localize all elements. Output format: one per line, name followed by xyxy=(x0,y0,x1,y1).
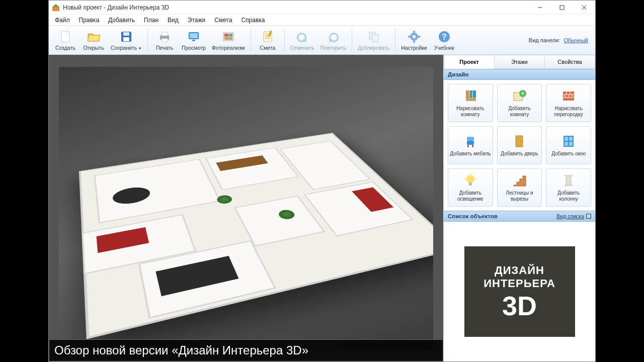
svg-rect-10 xyxy=(123,37,129,41)
add-light-button[interactable]: Добавить освещение xyxy=(448,168,493,207)
floppy-icon xyxy=(119,30,133,44)
new-file-icon xyxy=(58,30,72,44)
bulb-icon xyxy=(463,173,478,188)
duplicate-button[interactable]: Дублировать xyxy=(355,27,392,53)
menu-estimate[interactable]: Смета xyxy=(210,15,236,25)
draw-room-button[interactable]: Нарисовать комнату xyxy=(448,84,493,122)
menu-help[interactable]: Справка xyxy=(237,15,269,25)
svg-rect-40 xyxy=(473,90,476,98)
menubar: Файл Правка Добавить План Вид Этажи Смет… xyxy=(49,15,595,26)
svg-rect-69 xyxy=(565,185,573,186)
menu-plan[interactable]: План xyxy=(140,15,163,25)
svg-rect-57 xyxy=(516,136,523,147)
menu-view[interactable]: Вид xyxy=(164,15,183,25)
svg-rect-3 xyxy=(560,6,564,10)
svg-rect-0 xyxy=(52,7,59,11)
undo-button[interactable]: Отменить xyxy=(288,27,317,53)
photoreal-icon xyxy=(221,30,235,44)
gear-icon xyxy=(407,30,421,44)
side-tabs: Проект Этажи Свойства xyxy=(444,55,595,69)
monitor-icon xyxy=(187,30,201,44)
svg-rect-54 xyxy=(467,137,474,141)
draw-wall-button[interactable]: Нарисовать перегородку xyxy=(546,84,591,122)
print-button[interactable]: Печать xyxy=(151,27,178,53)
add-door-button[interactable]: Добавить дверь xyxy=(497,126,542,164)
menu-edit[interactable]: Правка xyxy=(75,15,104,25)
menu-file[interactable]: Файл xyxy=(51,15,74,25)
tab-properties[interactable]: Свойства xyxy=(545,55,595,69)
side-panel: Проект Этажи Свойства Дизайн Нарисовать … xyxy=(443,55,595,361)
svg-rect-56 xyxy=(472,145,473,147)
chevron-down-icon: ▼ xyxy=(138,46,142,51)
help-button[interactable]: ? Учебник xyxy=(431,27,458,53)
svg-rect-39 xyxy=(469,90,472,98)
create-button[interactable]: Создать xyxy=(52,27,79,53)
svg-rect-68 xyxy=(565,175,573,176)
list-view-icon xyxy=(586,214,591,219)
redo-button[interactable]: Повторить xyxy=(318,27,349,53)
panel-mode-switch: Вид панели: Обычный xyxy=(529,37,592,43)
chair-icon xyxy=(463,134,478,149)
preview-button[interactable]: Просмотр xyxy=(179,27,208,53)
menu-add[interactable]: Добавить xyxy=(104,15,139,25)
window-title: Новый проект - Дизайн Интерьера 3D xyxy=(63,4,529,11)
viewport-3d[interactable]: Обзор новой версии «Дизайн Интерьера 3D» xyxy=(49,55,443,361)
separator xyxy=(284,29,285,51)
undo-icon xyxy=(295,30,309,44)
tab-floors[interactable]: Этажи xyxy=(495,55,545,69)
svg-rect-9 xyxy=(123,32,129,36)
svg-rect-35 xyxy=(418,36,420,38)
window-icon xyxy=(561,134,576,149)
svg-rect-29 xyxy=(372,35,378,42)
separator xyxy=(251,29,251,51)
close-button[interactable] xyxy=(573,1,595,15)
notepad-icon xyxy=(261,30,275,44)
svg-rect-18 xyxy=(224,34,228,37)
photoreal-button[interactable]: Фотореализм xyxy=(209,27,248,53)
add-furniture-button[interactable]: Добавить мебель xyxy=(448,126,493,164)
svg-rect-63 xyxy=(469,183,472,186)
list-view-link[interactable]: Вид списка xyxy=(556,213,591,219)
printer-icon xyxy=(157,30,172,44)
object-list: ДИЗАЙН ИНТЕРЬЕРА 3D xyxy=(444,222,595,361)
content: Обзор новой версии «Дизайн Интерьера 3D»… xyxy=(49,55,595,361)
window-controls xyxy=(529,1,595,15)
svg-rect-41 xyxy=(466,98,476,101)
add-room-button[interactable]: + Добавить комнату xyxy=(497,84,542,122)
svg-rect-15 xyxy=(190,33,198,38)
column-icon xyxy=(561,173,576,188)
svg-rect-32 xyxy=(413,31,415,33)
save-button[interactable]: Сохранить▼ xyxy=(108,27,144,53)
svg-rect-53 xyxy=(467,141,474,145)
separator xyxy=(395,29,395,51)
svg-rect-6 xyxy=(61,31,69,42)
tab-project[interactable]: Проект xyxy=(444,55,495,69)
settings-button[interactable]: Настройки xyxy=(398,27,430,53)
svg-rect-16 xyxy=(192,40,195,41)
maximize-button[interactable] xyxy=(551,1,573,15)
svg-rect-12 xyxy=(162,32,168,36)
door-icon xyxy=(512,134,527,149)
brush-icon xyxy=(463,88,478,104)
help-icon: ? xyxy=(437,30,451,44)
stairs-button[interactable]: Лестницы и вырезы xyxy=(497,168,542,207)
menu-floors[interactable]: Этажи xyxy=(184,15,209,25)
open-button[interactable]: Открыть xyxy=(80,27,107,53)
minimize-button[interactable] xyxy=(529,1,551,15)
viewport-canvas xyxy=(59,67,434,349)
stairs-icon xyxy=(512,173,527,188)
svg-rect-33 xyxy=(413,40,415,43)
panel-mode-link[interactable]: Обычный xyxy=(564,37,588,43)
add-window-button[interactable]: Добавить окно xyxy=(546,126,591,164)
separator xyxy=(352,29,352,51)
svg-rect-67 xyxy=(566,176,571,185)
estimate-button[interactable]: Смета xyxy=(254,27,281,53)
separator xyxy=(147,29,148,51)
svg-rect-55 xyxy=(467,145,469,147)
svg-point-62 xyxy=(466,175,474,183)
app-window: Новый проект - Дизайн Интерьера 3D Файл … xyxy=(48,0,596,362)
design-section-header: Дизайн xyxy=(444,69,595,80)
add-column-button[interactable]: Добавить колонну xyxy=(546,168,591,207)
design-grid: Нарисовать комнату + Добавить комнату На… xyxy=(444,80,595,211)
promo-badge: ДИЗАЙН ИНТЕРЬЕРА 3D xyxy=(464,246,575,337)
